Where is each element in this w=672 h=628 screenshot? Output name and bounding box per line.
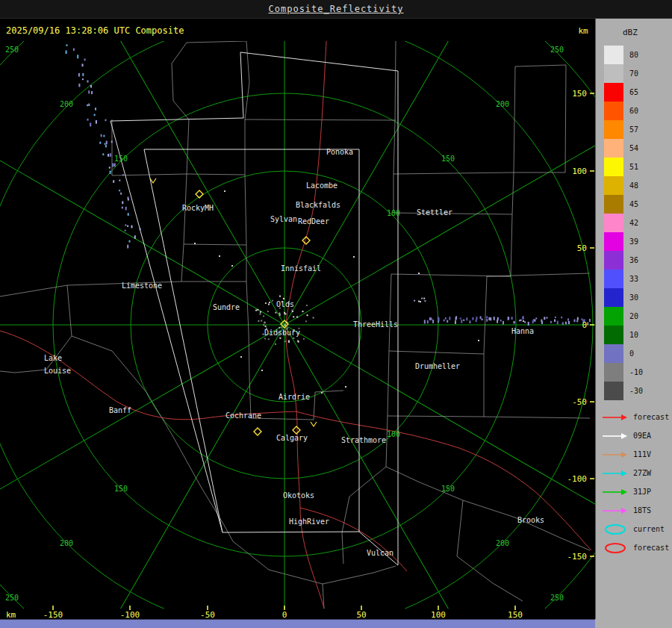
city-label-drumheller: Drumheller [415, 362, 460, 370]
station-marker-icon [254, 428, 261, 435]
range-ring-label: 200 [496, 539, 509, 547]
window-titlebar[interactable]: Composite_Reflectivity [0, 0, 672, 19]
colorbar-value-label: 20 [629, 312, 653, 320]
colorbar-value-label: 48 [629, 181, 653, 190]
dbz-colorbar: 807065605754514845423936333020100-10-30 [604, 46, 653, 400]
range-ring-label: 150 [441, 155, 455, 163]
colorbar-value-label: -30 [629, 387, 653, 395]
legend-label: forecast [633, 544, 669, 552]
city-label-blackfalds: Blackfalds [296, 201, 340, 209]
city-label-hanna: Hanna [511, 327, 534, 335]
city-label-louise: Louise [44, 367, 71, 375]
city-label-banff: Banff [109, 406, 131, 414]
colorbar-value-label: 70 [629, 69, 653, 78]
colorbar-value-label: 57 [629, 125, 653, 134]
range-ring-label: 150 [114, 155, 128, 163]
colorbar-swatch [604, 344, 623, 363]
colorbar-value-label: 0 [629, 349, 653, 358]
window-title: Composite_Reflectivity [269, 4, 404, 14]
city-label-calgary: Calgary [276, 434, 308, 442]
arrow-icon [601, 467, 629, 479]
horizontal-scrollbar[interactable] [0, 619, 595, 628]
colorbar-row: 45 [604, 195, 653, 214]
colorbar-swatch [604, 382, 623, 400]
colorbar-value-label: 39 [629, 237, 653, 246]
colorbar-swatch [604, 363, 623, 382]
range-rings [0, 19, 595, 619]
range-ring-label: 200 [60, 100, 73, 108]
bottom-tick-label: -100 [120, 610, 140, 619]
legend-item: current [601, 520, 669, 538]
right-tick-label: 50 [577, 243, 587, 253]
colorbar-row: 20 [604, 307, 653, 326]
colorbar-swatch [604, 102, 623, 120]
colorbar-row: 30 [604, 288, 653, 307]
legend-item: 09EA [601, 426, 669, 445]
city-label-okotoks: Okotoks [283, 491, 314, 500]
city-label-innisfail: Innisfail [281, 264, 321, 273]
bottom-tick-label: 100 [431, 610, 446, 619]
legend-item: 31JP [601, 482, 669, 501]
arrow-icon [601, 486, 629, 498]
city-label-threehills: ThreeHills [353, 320, 398, 329]
colorbar-value-label: -10 [629, 368, 653, 376]
arrow-icon [601, 449, 629, 461]
city-label-stettler: Stettler [417, 208, 452, 217]
bottom-tick-label: -150 [43, 610, 63, 619]
colorbar-value-label: 45 [629, 200, 653, 208]
colorbar-row: 60 [604, 102, 653, 120]
city-label-sundre: Sundre [213, 303, 240, 311]
legend-label: 31JP [633, 488, 651, 496]
radar-map-canvas[interactable]: 2502502502502002002002001501501501501001… [0, 19, 595, 619]
arrow-icon [601, 411, 629, 423]
arrow-icon [601, 430, 629, 442]
colorbar-swatch [604, 288, 623, 307]
legend-item: 111V [601, 445, 669, 464]
colorbar-row: 65 [604, 83, 653, 102]
range-ring-label: 250 [550, 594, 564, 602]
colorbar-swatch [604, 270, 623, 288]
colorbar-value-label: 60 [629, 107, 653, 115]
legend-label: forecast [633, 413, 669, 421]
colorbar-swatch [604, 326, 623, 344]
colorbar-row: 70 [604, 64, 653, 83]
right-tick-label: 150 [572, 89, 587, 99]
legend-item: 18TS [601, 501, 669, 520]
colorbar-value-label: 30 [629, 293, 653, 302]
colorbar-swatch [604, 251, 623, 270]
city-label-ponoka: Ponoka [326, 148, 353, 156]
range-ring-label: 100 [387, 209, 400, 217]
colorbar-value-label: 10 [629, 331, 653, 339]
city-labels: PonokaLacombeBlackfaldsRedDeerSylvanStet… [44, 148, 544, 557]
range-ring-label: 150 [114, 485, 128, 493]
colorbar-value-label: 54 [629, 144, 653, 152]
right-tick-label: 100 [572, 167, 587, 176]
city-label-highriver: HighRiver [289, 517, 329, 526]
colorbar-swatch [604, 214, 623, 232]
range-ring-label: 200 [496, 100, 509, 108]
city-label-olds: Olds [276, 300, 294, 308]
colorbar-row: 33 [604, 270, 653, 288]
city-label-reddeer: RedDeer [298, 217, 329, 226]
colorbar-swatch [604, 158, 623, 176]
bottom-axis-unit: km [6, 610, 16, 619]
city-label-sylvan: Sylvan [270, 215, 297, 223]
colorbar-swatch [604, 83, 623, 102]
bottom-tick-label: -50 [200, 610, 215, 619]
bottom-tick-label: 50 [356, 610, 366, 619]
colorbar-value-label: 51 [629, 163, 653, 171]
colorbar-swatch [604, 307, 623, 326]
range-ring-label: 150 [441, 485, 455, 493]
city-label-rockymh: RockyMH [182, 204, 214, 212]
city-label-airdrie: Airdrie [279, 393, 310, 401]
legend-label: 111V [633, 450, 651, 458]
colorbar-swatch [604, 64, 623, 83]
colorbar-row: 80 [604, 46, 653, 64]
legend-item: forecast [601, 408, 669, 426]
colorbar-swatch [604, 120, 623, 139]
sidebar: dBZ 807065605754514845423936333020100-10… [595, 19, 672, 619]
colorbar-row: 54 [604, 139, 653, 158]
colorbar-swatch [604, 232, 623, 251]
colorbar-value-label: 80 [629, 51, 653, 59]
bottom-tick-label: 150 [508, 610, 523, 619]
